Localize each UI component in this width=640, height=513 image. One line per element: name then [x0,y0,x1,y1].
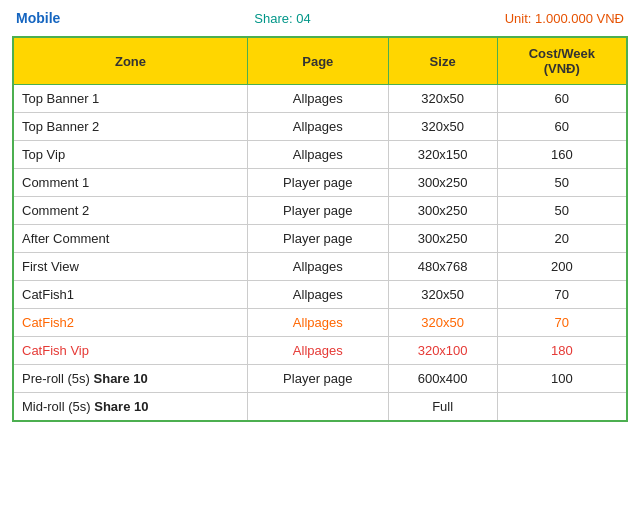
cell-size: 320x100 [388,337,497,365]
cell-zone: Comment 2 [13,197,247,225]
cell-cost: 180 [497,337,627,365]
cell-cost: 60 [497,113,627,141]
cell-zone: First View [13,253,247,281]
cell-size: 320x150 [388,141,497,169]
table-header-row: Zone Page Size Cost/Week(VNĐ) [13,37,627,85]
share-info: Share: 04 [254,11,310,26]
cell-zone: After Comment [13,225,247,253]
cell-zone: Top Banner 2 [13,113,247,141]
col-zone: Zone [13,37,247,85]
cell-cost: 160 [497,141,627,169]
table-row: Top VipAllpages320x150160 [13,141,627,169]
cell-zone: CatFish Vip [13,337,247,365]
cell-page: Allpages [247,281,388,309]
table-row: Pre-roll (5s) Share 10Player page600x400… [13,365,627,393]
cell-page: Allpages [247,85,388,113]
unit-info: Unit: 1.000.000 VNĐ [505,11,624,26]
cell-page: Player page [247,169,388,197]
cell-size: 320x50 [388,85,497,113]
cell-cost: 60 [497,85,627,113]
cell-size: 300x250 [388,169,497,197]
col-cost: Cost/Week(VNĐ) [497,37,627,85]
cell-cost: 70 [497,309,627,337]
table-row: CatFish2Allpages320x5070 [13,309,627,337]
share-value: 04 [296,11,310,26]
cell-zone: Top Banner 1 [13,85,247,113]
cell-cost: 200 [497,253,627,281]
cell-page: Player page [247,365,388,393]
cell-size: Full [388,393,497,422]
cell-page [247,393,388,422]
cell-page: Player page [247,225,388,253]
table-row: Comment 1Player page300x25050 [13,169,627,197]
col-size: Size [388,37,497,85]
table-row: Top Banner 1Allpages320x5060 [13,85,627,113]
cell-zone: Mid-roll (5s) Share 10 [13,393,247,422]
cell-zone: CatFish1 [13,281,247,309]
cell-size: 320x50 [388,281,497,309]
cell-cost [497,393,627,422]
unit-label: Unit: [505,11,532,26]
cell-page: Allpages [247,141,388,169]
unit-value: 1.000.000 VNĐ [535,11,624,26]
page-header: Mobile Share: 04 Unit: 1.000.000 VNĐ [12,10,628,26]
cell-page: Allpages [247,253,388,281]
cell-cost: 20 [497,225,627,253]
cell-size: 300x250 [388,225,497,253]
share-label: Share: [254,11,292,26]
cell-size: 480x768 [388,253,497,281]
cell-cost: 50 [497,197,627,225]
cell-page: Allpages [247,309,388,337]
ad-zones-table: Zone Page Size Cost/Week(VNĐ) Top Banner… [12,36,628,422]
cell-size: 320x50 [388,309,497,337]
col-page: Page [247,37,388,85]
cell-zone: Top Vip [13,141,247,169]
cell-size: 300x250 [388,197,497,225]
cell-page: Allpages [247,337,388,365]
table-row: CatFish VipAllpages320x100180 [13,337,627,365]
cell-size: 320x50 [388,113,497,141]
table-row: CatFish1Allpages320x5070 [13,281,627,309]
cell-zone: Pre-roll (5s) Share 10 [13,365,247,393]
mobile-label: Mobile [16,10,60,26]
table-row: First ViewAllpages480x768200 [13,253,627,281]
cell-page: Player page [247,197,388,225]
cell-cost: 50 [497,169,627,197]
cell-zone: CatFish2 [13,309,247,337]
table-row: Mid-roll (5s) Share 10Full [13,393,627,422]
table-row: Comment 2Player page300x25050 [13,197,627,225]
cell-size: 600x400 [388,365,497,393]
table-row: Top Banner 2Allpages320x5060 [13,113,627,141]
cell-cost: 100 [497,365,627,393]
cell-page: Allpages [247,113,388,141]
cell-cost: 70 [497,281,627,309]
table-row: After CommentPlayer page300x25020 [13,225,627,253]
cell-zone: Comment 1 [13,169,247,197]
